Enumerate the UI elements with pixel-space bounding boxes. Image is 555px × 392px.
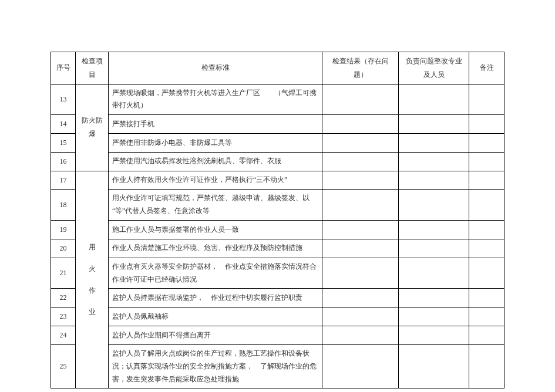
cell-seq: 15 <box>51 134 76 153</box>
cell-responsible <box>399 326 469 345</box>
cell-responsible <box>399 258 469 289</box>
cell-responsible <box>399 239 469 258</box>
cell-standard: 用火作业许可证填写规范，严禁代签、越级申请、越级签发、以“等”代替人员签名、任意… <box>109 190 322 221</box>
cell-standard: 施工作业人员与票据签署的作业人员一致 <box>109 221 322 239</box>
table-row: 14严禁接打手机 <box>51 115 504 134</box>
cell-responsible <box>399 221 469 239</box>
cell-standard: 严禁使用汽油或易挥发性溶剂洗刷机具、零部件、衣服 <box>109 152 322 171</box>
header-seq: 序号 <box>51 52 76 85</box>
cell-remark <box>469 239 504 258</box>
cell-seq: 25 <box>51 344 76 388</box>
inspection-table: 序号检查项目检查标准检查结果（存在问题）负责问题整改专业及人员备注13防火防爆严… <box>51 52 504 388</box>
cell-seq: 23 <box>51 307 76 326</box>
table-row: 19施工作业人员与票据签署的作业人员一致 <box>51 221 504 239</box>
cell-result <box>322 326 399 345</box>
cell-result <box>322 344 399 388</box>
cell-responsible <box>399 134 469 153</box>
cell-result <box>322 239 399 258</box>
cell-standard: 严禁现场吸烟，严禁携带打火机等进入生产厂区 （气焊工可携带打火机） <box>109 84 322 115</box>
header-item: 检查项目 <box>76 52 109 85</box>
cell-seq: 22 <box>51 289 76 307</box>
cell-responsible <box>399 289 469 307</box>
table-row: 17用火作业作业人持有效用火作业许可证作业，严格执行“三不动火” <box>51 171 504 190</box>
table-row: 18用火作业许可证填写规范，严禁代签、越级申请、越级签发、以“等”代替人员签名、… <box>51 190 504 221</box>
cell-result <box>322 84 399 115</box>
cell-result <box>322 190 399 221</box>
cell-responsible <box>399 152 469 171</box>
cell-standard: 作业人持有效用火作业许可证作业，严格执行“三不动火” <box>109 171 322 190</box>
cell-result <box>322 134 399 153</box>
cell-result <box>322 289 399 307</box>
cell-result <box>322 307 399 326</box>
header-responsible: 负责问题整改专业及人员 <box>399 52 469 85</box>
cell-remark <box>469 221 504 239</box>
cell-standard: 作业点有灭火器等安全防护器材， 作业点安全措施落实情况符合作业许可证中已经确认情… <box>109 258 322 289</box>
table-row: 23监护人员佩戴袖标 <box>51 307 504 326</box>
cell-responsible <box>399 307 469 326</box>
cell-standard: 严禁使用非防爆小电器、非防爆工具等 <box>109 134 322 153</box>
table-row: 22监护人员持票据在现场监护， 作业过程中切实履行监护职责 <box>51 289 504 307</box>
cell-responsible <box>399 171 469 190</box>
header-result: 检查结果（存在问题） <box>322 52 399 85</box>
cell-remark <box>469 115 504 134</box>
cell-seq: 16 <box>51 152 76 171</box>
group-label-char: 火 <box>89 262 96 276</box>
cell-result <box>322 115 399 134</box>
cell-seq: 18 <box>51 190 76 221</box>
cell-seq: 24 <box>51 326 76 345</box>
cell-standard: 严禁接打手机 <box>109 115 322 134</box>
cell-standard: 监护人员了解用火点或岗位的生产过程，熟悉工艺操作和设备状况；认真落实现场作业的安… <box>109 344 322 388</box>
header-remark: 备注 <box>469 52 504 85</box>
cell-responsible <box>399 190 469 221</box>
table-row: 15严禁使用非防爆小电器、非防爆工具等 <box>51 134 504 153</box>
cell-remark <box>469 344 504 388</box>
cell-remark <box>469 326 504 345</box>
cell-remark <box>469 84 504 115</box>
cell-responsible <box>399 344 469 388</box>
cell-responsible <box>399 84 469 115</box>
cell-standard: 作业人员清楚施工作业环境、危害、作业程序及预防控制措施 <box>109 239 322 258</box>
table-row: 13防火防爆严禁现场吸烟，严禁携带打火机等进入生产厂区 （气焊工可携带打火机） <box>51 84 504 115</box>
cell-remark <box>469 307 504 326</box>
cell-standard: 监护人员作业期间不得擅自离开 <box>109 326 322 345</box>
group-label-char: 业 <box>89 305 96 319</box>
table-row: 16严禁使用汽油或易挥发性溶剂洗刷机具、零部件、衣服 <box>51 152 504 171</box>
cell-result <box>322 258 399 289</box>
table-row: 21作业点有灭火器等安全防护器材， 作业点安全措施落实情况符合作业许可证中已经确… <box>51 258 504 289</box>
cell-remark <box>469 152 504 171</box>
cell-item-group: 防火防爆 <box>76 84 109 171</box>
group-label-char: 用 <box>89 241 96 254</box>
cell-standard: 监护人员佩戴袖标 <box>109 307 322 326</box>
cell-item-group: 用火作业 <box>76 171 109 388</box>
header-standard: 检查标准 <box>109 52 322 85</box>
cell-seq: 19 <box>51 221 76 239</box>
cell-responsible <box>399 115 469 134</box>
table-row: 24监护人员作业期间不得擅自离开 <box>51 326 504 345</box>
cell-standard: 监护人员持票据在现场监护， 作业过程中切实履行监护职责 <box>109 289 322 307</box>
cell-remark <box>469 134 504 153</box>
cell-result <box>322 221 399 239</box>
cell-seq: 17 <box>51 171 76 190</box>
table-row: 20作业人员清楚施工作业环境、危害、作业程序及预防控制措施 <box>51 239 504 258</box>
cell-remark <box>469 258 504 289</box>
cell-result <box>322 152 399 171</box>
group-label-char: 作 <box>89 284 96 298</box>
cell-remark <box>469 171 504 190</box>
cell-seq: 21 <box>51 258 76 289</box>
cell-result <box>322 171 399 190</box>
cell-seq: 20 <box>51 239 76 258</box>
table-row: 25监护人员了解用火点或岗位的生产过程，熟悉工艺操作和设备状况；认真落实现场作业… <box>51 344 504 388</box>
cell-remark <box>469 190 504 221</box>
cell-remark <box>469 289 504 307</box>
cell-seq: 13 <box>51 84 76 115</box>
cell-seq: 14 <box>51 115 76 134</box>
